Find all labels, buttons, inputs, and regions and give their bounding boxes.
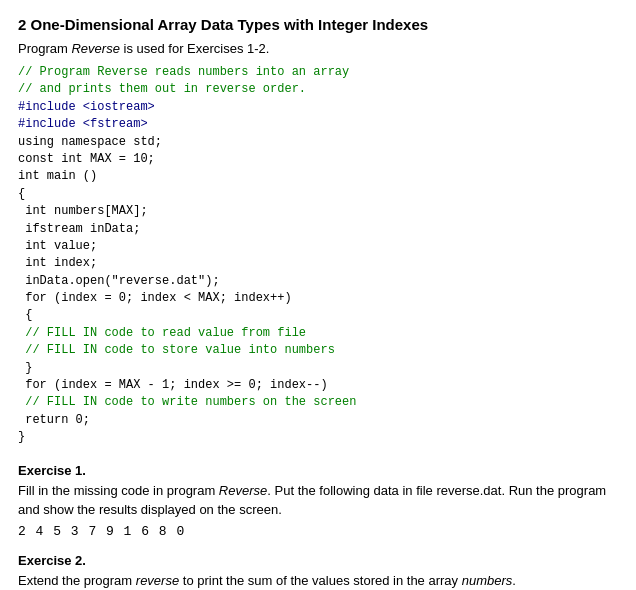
code-line-5: using namespace std;	[18, 134, 618, 151]
code-line-4: #include <fstream>	[18, 116, 618, 133]
intro-paragraph: Program Reverse is used for Exercises 1-…	[18, 41, 618, 56]
exercise-2-title: Exercise 2.	[18, 553, 618, 568]
code-line-7: int main ()	[18, 168, 618, 185]
code-line-16: // FILL IN code to read value from file	[18, 325, 618, 342]
intro-text-after: is used for Exercises 1-2.	[120, 41, 270, 56]
code-line-18: }	[18, 360, 618, 377]
exercise-2-section: Exercise 2. Extend the program reverse t…	[18, 553, 618, 590]
intro-italic: Reverse	[71, 41, 119, 56]
ex1-italic: Reverse	[219, 483, 267, 498]
ex2-prefix: Extend the program	[18, 573, 136, 588]
ex2-italic: reverse	[136, 573, 179, 588]
code-line-2: // and prints them out in reverse order.	[18, 81, 618, 98]
code-line-19: for (index = MAX - 1; index >= 0; index-…	[18, 377, 618, 394]
code-line-22: }	[18, 429, 618, 446]
code-line-20: // FILL IN code to write numbers on the …	[18, 394, 618, 411]
code-line-13: inData.open("reverse.dat");	[18, 273, 618, 290]
exercise-1-data: 2 4 5 3 7 9 1 6 8 0	[18, 524, 618, 539]
code-line-12: int index;	[18, 255, 618, 272]
code-line-6: const int MAX = 10;	[18, 151, 618, 168]
intro-text-before: Program	[18, 41, 71, 56]
code-line-15: {	[18, 307, 618, 324]
ex1-prefix: Fill in the missing code in program	[18, 483, 219, 498]
exercise-1-body: Fill in the missing code in program Reve…	[18, 481, 618, 520]
ex2-suffix: to print the sum of the values stored in…	[179, 573, 462, 588]
code-line-11: int value;	[18, 238, 618, 255]
code-line-10: ifstream inData;	[18, 221, 618, 238]
code-line-9: int numbers[MAX];	[18, 203, 618, 220]
code-line-14: for (index = 0; index < MAX; index++)	[18, 290, 618, 307]
ex2-italic2: numbers	[462, 573, 513, 588]
code-block: // Program Reverse reads numbers into an…	[18, 64, 618, 447]
exercise-1-title: Exercise 1.	[18, 463, 618, 478]
code-line-8: {	[18, 186, 618, 203]
exercise-2-body: Extend the program reverse to print the …	[18, 571, 618, 590]
code-line-21: return 0;	[18, 412, 618, 429]
exercise-1-section: Exercise 1. Fill in the missing code in …	[18, 463, 618, 539]
code-line-3: #include <iostream>	[18, 99, 618, 116]
ex2-end: .	[512, 573, 516, 588]
code-line-17: // FILL IN code to store value into numb…	[18, 342, 618, 359]
code-line-1: // Program Reverse reads numbers into an…	[18, 64, 618, 81]
section-heading: 2 One-Dimensional Array Data Types with …	[18, 16, 618, 33]
